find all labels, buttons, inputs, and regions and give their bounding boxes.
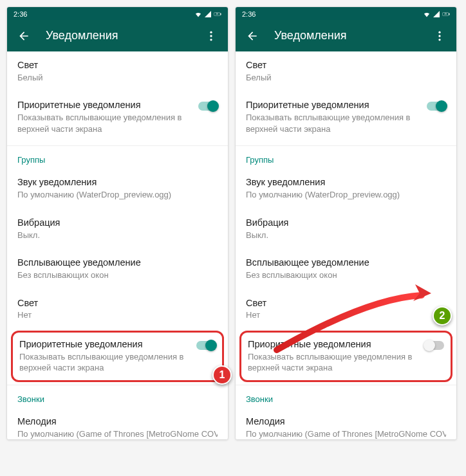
setting-sound[interactable]: Звук уведомления По умолчанию (WaterDrop… [236,169,456,208]
section-header-calls: Звонки [7,385,228,408]
section-header-calls: Звонки [236,385,456,408]
svg-text:29: 29 [444,13,447,15]
setting-vibration[interactable]: Вибрация Выкл. [236,209,456,249]
page-title: Уведомления [274,29,418,42]
status-icons: 29 [423,10,450,18]
more-icon[interactable] [433,30,446,42]
annotation-badge-1: 1 [212,365,232,385]
svg-point-4 [210,35,212,37]
setting-popup[interactable]: Всплывающее уведомление Без всплывающих … [236,249,456,289]
toggle-priority-top[interactable] [198,102,218,111]
svg-point-11 [438,39,440,41]
setting-sound[interactable]: Звук уведомления По умолчанию (WaterDrop… [7,169,228,208]
setting-light[interactable]: Свет Белый [236,51,456,91]
setting-light2[interactable]: Свет Нет [236,289,456,329]
screenshot-pair: 2:36 29 Уведомления Свет Белый Приоритет… [6,6,460,440]
app-bar: Уведомления [7,20,228,51]
highlight-box-left: Приоритетные уведомления Показывать вспл… [11,331,224,382]
setting-vibration[interactable]: Вибрация Выкл. [7,209,228,249]
svg-text:29: 29 [216,13,218,15]
status-bar: 2:36 29 [7,7,228,20]
phone-right: 2:36 29 Уведомления Свет Белый Приоритет… [235,6,457,440]
svg-point-3 [210,31,212,33]
section-header-groups: Группы [7,146,228,169]
status-bar: 2:36 29 [236,7,456,20]
svg-rect-1 [220,14,221,15]
setting-light2[interactable]: Свет Нет [7,289,228,329]
settings-list: Свет Белый Приоритетные уведомления Пока… [7,51,228,439]
annotation-badge-2: 2 [433,306,452,325]
status-icons: 29 [194,10,221,18]
signal-icon [204,10,212,18]
phone-left: 2:36 29 Уведомления Свет Белый Приоритет… [6,6,228,440]
svg-point-5 [210,39,212,41]
setting-priority-groups[interactable]: Приоритетные уведомления Показывать вспл… [248,338,444,374]
more-icon[interactable] [205,30,218,42]
battery-icon: 29 [442,10,450,18]
section-header-groups: Группы [236,146,456,169]
back-icon[interactable] [246,30,259,42]
setting-priority-groups[interactable]: Приоритетные уведомления Показывать вспл… [19,338,216,374]
setting-priority-top[interactable]: Приоритетные уведомления Показывать вспл… [236,91,456,143]
highlight-box-right: Приоритетные уведомления Показывать вспл… [239,331,452,382]
wifi-icon [194,10,202,18]
toggle-priority-top[interactable] [427,102,446,111]
page-title: Уведомления [46,29,189,42]
toggle-priority-groups-off[interactable] [425,341,444,350]
signal-icon [433,10,440,18]
setting-ringtone[interactable]: Мелодия По умолчанию (Game of Thrones [M… [236,408,456,439]
setting-priority-top[interactable]: Приоритетные уведомления Показывать вспл… [7,91,228,143]
settings-list: Свет Белый Приоритетные уведомления Пока… [236,51,456,439]
setting-popup[interactable]: Всплывающее уведомление Без всплывающих … [7,249,228,289]
svg-point-9 [438,31,440,33]
svg-point-10 [438,35,440,37]
battery-icon: 29 [214,10,221,18]
toggle-priority-groups-on[interactable] [196,341,216,350]
svg-rect-7 [449,14,449,15]
app-bar: Уведомления [236,20,456,51]
setting-light[interactable]: Свет Белый [7,51,228,91]
status-time: 2:36 [14,10,27,18]
status-time: 2:36 [242,10,256,18]
setting-ringtone[interactable]: Мелодия По умолчанию (Game of Thrones [M… [7,408,228,439]
wifi-icon [423,10,431,18]
back-icon[interactable] [17,30,30,42]
